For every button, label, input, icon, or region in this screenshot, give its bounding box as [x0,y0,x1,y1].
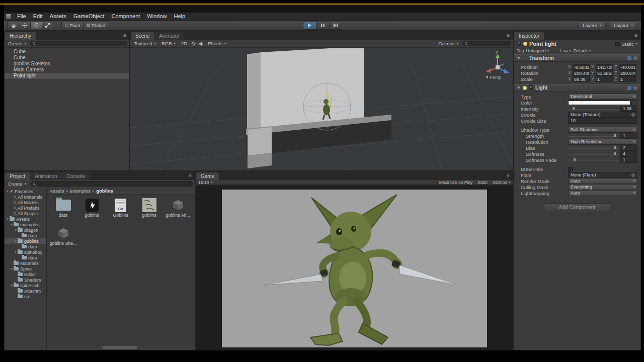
stats-toggle[interactable]: Stats [477,180,487,185]
draw-halo-checkbox[interactable] [568,167,573,171]
tree-item-all-scripts[interactable]: All Scripts [5,211,46,216]
static-checkbox[interactable] [615,42,620,46]
light-component-header[interactable]: ▼ Light [514,84,640,92]
scale-tool-button[interactable] [42,22,53,29]
softness-slider[interactable] [568,151,618,157]
softness-field[interactable]: 4 [620,151,637,157]
layers-dropdown[interactable]: Layers ▾ [579,22,606,29]
maximize-on-play-toggle[interactable]: Maximize on Play [439,180,473,185]
tree-item-all-prefabs[interactable]: All Prefabs [5,205,46,211]
cookie-object-field[interactable]: None (Texture) [568,112,637,118]
light-type-dropdown[interactable]: Directional ▾ [568,94,637,100]
softness-fade-slider[interactable] [568,157,618,163]
static-dropdown[interactable]: Static ▾ [615,41,637,47]
flare-object-field[interactable]: None (Flare) [568,172,637,178]
foldout-caret[interactable]: ▾ [6,190,10,194]
resolution-dropdown[interactable]: High Resolution ▾ [568,139,637,145]
active-checkbox[interactable] [517,42,521,46]
hand-tool-button[interactable] [7,22,19,29]
foldout-caret[interactable]: ▾ [14,228,18,232]
layer-dropdown[interactable]: Default ▾ [574,48,591,53]
aspect-ratio-dropdown[interactable]: 16:10 ▾ [198,180,213,185]
shadow-type-dropdown[interactable]: Soft Shadows ▾ [568,127,637,133]
scene-gizmos-dropdown[interactable]: Gizmos ▾ [437,41,460,46]
position-z-field[interactable]: -40.00128 [619,64,636,70]
intensity-slider[interactable] [568,106,618,112]
hierarchy-item[interactable]: goblins Skeleton [5,61,129,67]
help-icon[interactable] [627,86,631,90]
global-toggle-button[interactable]: Global [83,22,108,29]
tab-hierarchy[interactable]: Hierarchy [5,32,36,40]
scene-orientation-gizmo[interactable]: y Persp [486,49,509,80]
project-create-dropdown[interactable]: Create ▾ [7,181,28,187]
render-mode-dropdown[interactable]: RGB ▾ [160,41,177,46]
rotation-z-field[interactable]: 280.6708 [619,70,636,76]
foldout-caret[interactable]: ▾ [10,284,14,288]
play-button[interactable] [303,22,316,30]
asset-goblins-texture[interactable]: goblins [135,198,164,226]
scene-viewport[interactable]: y Persp [130,48,513,170]
rotation-x-field[interactable]: 200.4068 [573,70,590,76]
menu-edit[interactable]: Edit [30,13,46,20]
culling-mask-dropdown[interactable]: Everything ▾ [568,184,637,190]
foldout-caret[interactable]: ▾ [14,239,18,243]
strength-field[interactable]: 1 [620,133,637,139]
panel-menu-icon[interactable]: ≡ [507,33,510,38]
panel-menu-icon[interactable]: ≡ [189,173,192,178]
gear-icon[interactable] [633,86,637,90]
bias-field[interactable]: 2 [620,145,637,151]
scale-z-field[interactable]: 1 [619,76,636,82]
game-gizmos-dropdown[interactable]: Gizmos ▾ [493,180,510,185]
tree-item-spine[interactable]: ▾Spine [5,266,46,272]
scale-x-field[interactable]: 68.38 [573,76,590,82]
object-name[interactable]: Point light [529,41,556,47]
step-button[interactable] [329,22,342,30]
tag-dropdown[interactable]: Untagged ▾ [526,48,549,53]
panel-menu-icon[interactable]: ≡ [123,33,127,38]
object-picker-icon[interactable] [631,173,635,177]
transform-component-header[interactable]: ▼ Transform [514,54,640,62]
color-swatch[interactable] [568,101,630,105]
render-mode-dropdown[interactable]: Auto ▾ [568,178,637,184]
hierarchy-item[interactable]: Cube [5,49,129,55]
object-picker-icon[interactable] [631,113,635,117]
move-tool-button[interactable] [19,22,30,29]
panel-menu-icon[interactable]: ≡ [507,173,510,178]
hierarchy-item-selected[interactable]: Point light [5,73,129,79]
rotation-y-field[interactable]: 51.58532 [596,70,613,76]
panel-menu-icon[interactable]: ≡ [634,33,638,38]
help-icon[interactable] [627,56,631,60]
slider-handle[interactable] [614,134,617,138]
tree-item-all-models[interactable]: All Models [5,200,46,205]
scale-y-field[interactable]: 1 [596,76,613,82]
menu-component[interactable]: Component [108,13,143,20]
asset-goblins-spine[interactable]: goblins [77,198,106,226]
menu-assets[interactable]: Assets [46,13,70,20]
tab-scene[interactable]: Scene [131,32,154,40]
menu-file[interactable]: File [14,13,30,20]
tab-inspector[interactable]: Inspector [514,32,544,40]
tree-item-editor[interactable]: Editor [5,272,46,277]
position-x-field[interactable]: -8.603212 [573,64,590,70]
pause-button[interactable] [316,22,329,30]
scene-lighting-toggle[interactable] [191,41,196,46]
softness-fade-field[interactable]: 1 [620,157,637,163]
tree-item-examples[interactable]: ▾examples [5,222,46,227]
color-picker-button[interactable] [631,100,637,106]
menu-help[interactable]: Help [170,13,189,20]
tab-console[interactable]: Console [62,172,90,180]
foldout-caret[interactable]: ▾ [14,250,18,254]
tree-item-shaders[interactable]: Shaders [5,277,46,283]
add-component-button[interactable]: Add Component [544,203,610,211]
intensity-field[interactable]: 1.06 [620,106,637,112]
foldout-caret[interactable]: ▾ [10,223,14,227]
breadcrumb-goblins[interactable]: goblins [96,188,113,194]
layout-dropdown[interactable]: Layout ▾ [610,22,637,29]
menu-window[interactable]: Window [143,13,170,20]
hierarchy-search-input[interactable] [30,41,127,46]
tree-item-spineboy[interactable]: ▾spineboy [5,249,46,255]
scene-audio-toggle[interactable] [199,41,204,46]
menu-gameobject[interactable]: GameObject [70,13,108,20]
foldout-caret[interactable]: ▼ [517,85,521,90]
rotate-tool-button[interactable] [30,22,42,29]
